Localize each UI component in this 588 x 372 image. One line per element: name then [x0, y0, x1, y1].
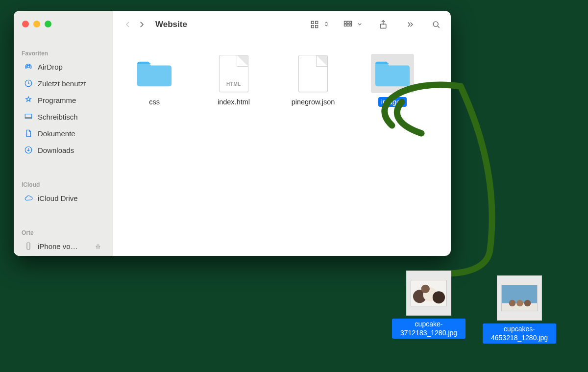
sidebar-item-downloads[interactable]: Downloads: [17, 142, 110, 158]
file-label: css: [146, 97, 163, 107]
sidebar: Favoriten AirDrop Zuletzt benutzt Progra…: [14, 11, 113, 256]
zoom-button[interactable]: [45, 21, 51, 27]
svg-rect-8: [316, 21, 318, 24]
window-title: Website: [155, 20, 187, 29]
svg-point-28: [524, 300, 531, 306]
file-item-folder[interactable]: css: [125, 54, 184, 107]
svg-rect-11: [344, 21, 346, 23]
window-controls: [22, 21, 51, 27]
sidebar-item-label: Downloads: [38, 146, 74, 154]
toolbar: Website: [113, 11, 451, 38]
main-area: Website css: [113, 11, 451, 256]
svg-point-26: [509, 300, 516, 306]
download-icon: [24, 145, 33, 155]
group-button[interactable]: [343, 20, 364, 29]
overflow-button[interactable]: [403, 18, 416, 31]
finder-window: Favoriten AirDrop Zuletzt benutzt Progra…: [14, 11, 451, 256]
image-thumbnail: [497, 275, 542, 321]
sidebar-item-label: Schreibtisch: [38, 113, 78, 121]
sidebar-item-airdrop[interactable]: AirDrop: [17, 59, 110, 74]
sidebar-item-applications[interactable]: Programme: [17, 92, 110, 108]
desktop-icon: [24, 112, 33, 122]
minimize-button[interactable]: [33, 21, 40, 27]
desktop-file-label: cupcake-3712183_1280.jpg: [392, 319, 466, 339]
sidebar-section-label: Favoriten: [14, 50, 113, 57]
file-label: images: [378, 97, 407, 107]
forward-button[interactable]: [135, 18, 148, 31]
sidebar-section-label: iCloud: [14, 181, 113, 188]
sidebar-item-label: iCloud Drive: [38, 194, 78, 202]
svg-rect-16: [350, 24, 351, 26]
share-button[interactable]: [376, 18, 390, 31]
clock-icon: [24, 78, 33, 88]
svg-rect-15: [347, 24, 349, 26]
view-mode-button[interactable]: [310, 20, 330, 29]
folder-icon: [133, 54, 176, 93]
sidebar-item-iphone[interactable]: iPhone vo…: [17, 238, 110, 254]
folder-icon: [371, 54, 414, 93]
phone-icon: [24, 241, 33, 251]
svg-point-23: [421, 285, 430, 293]
document-icon: [292, 54, 335, 93]
svg-rect-2: [25, 114, 32, 119]
sidebar-item-label: iPhone vo…: [38, 242, 89, 250]
sidebar-item-label: Dokumente: [38, 129, 75, 138]
applications-icon: [24, 95, 33, 105]
back-button[interactable]: [121, 18, 135, 31]
file-grid: css HTML index.html pinegrow.json: [113, 38, 451, 256]
updown-icon: [322, 20, 330, 29]
sidebar-item-toshiba[interactable]: TOSHIBA: [17, 255, 110, 256]
svg-rect-13: [350, 21, 351, 23]
file-item-folder-selected[interactable]: images: [363, 54, 422, 107]
sidebar-item-documents[interactable]: Dokumente: [17, 125, 110, 141]
document-icon: HTML: [212, 54, 255, 93]
file-item-json[interactable]: pinegrow.json: [284, 54, 343, 107]
svg-rect-14: [344, 24, 346, 26]
desktop-file-label: cupcakes-4653218_1280.jpg: [483, 323, 556, 344]
sidebar-item-label: AirDrop: [38, 63, 63, 71]
svg-rect-12: [347, 21, 349, 23]
svg-point-22: [433, 291, 445, 303]
eject-icon[interactable]: [93, 241, 103, 251]
svg-point-27: [516, 300, 523, 306]
svg-point-0: [27, 66, 30, 68]
file-label: index.html: [215, 97, 253, 107]
svg-rect-10: [316, 25, 318, 28]
document-icon: [24, 128, 33, 138]
close-button[interactable]: [22, 21, 29, 27]
chevron-down-icon: [356, 20, 364, 29]
desktop-file-1[interactable]: cupcake-3712183_1280.jpg: [392, 271, 466, 339]
file-label: pinegrow.json: [289, 97, 338, 107]
svg-rect-9: [311, 25, 314, 28]
sidebar-item-icloud-drive[interactable]: iCloud Drive: [17, 190, 110, 206]
desktop-file-2[interactable]: cupcakes-4653218_1280.jpg: [483, 275, 556, 344]
sidebar-item-desktop[interactable]: Schreibtisch: [17, 109, 110, 124]
image-thumbnail: [406, 271, 451, 316]
sidebar-section-label: Orte: [14, 229, 113, 236]
sidebar-item-label: Programme: [38, 96, 76, 104]
svg-rect-4: [27, 243, 30, 249]
search-button[interactable]: [429, 18, 443, 31]
svg-rect-7: [311, 21, 314, 24]
cloud-icon: [24, 193, 33, 203]
airdrop-icon: [24, 62, 33, 72]
file-item-html[interactable]: HTML index.html: [204, 54, 263, 107]
sidebar-item-label: Zuletzt benutzt: [38, 79, 86, 88]
sidebar-item-recents[interactable]: Zuletzt benutzt: [17, 75, 110, 91]
svg-point-18: [433, 22, 438, 26]
